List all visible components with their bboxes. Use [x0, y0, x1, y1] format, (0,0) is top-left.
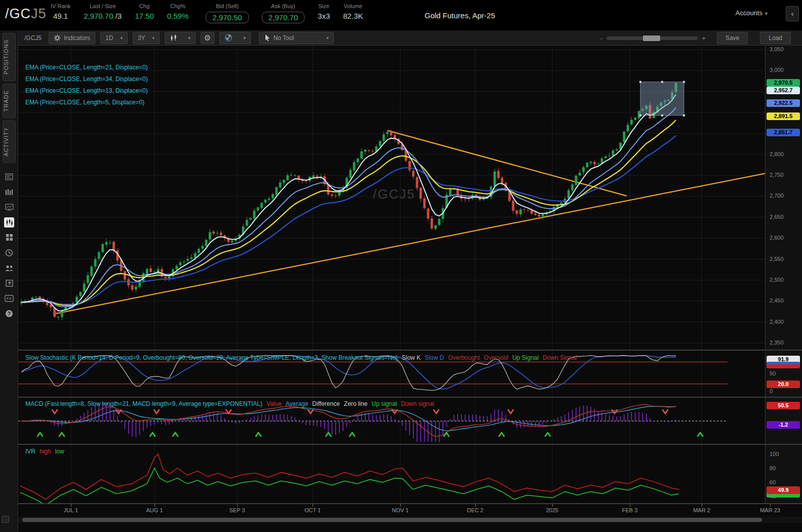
time-tick — [630, 504, 630, 507]
price-tick: 2,500 — [770, 277, 784, 283]
help-icon[interactable]: ? — [0, 306, 18, 321]
chevron-down-icon: ▾ — [326, 35, 329, 41]
load-button[interactable]: Load — [760, 32, 791, 44]
field-value: 0.59% — [167, 12, 189, 20]
time-tick — [552, 504, 553, 507]
field-label: Last / Size — [90, 3, 116, 9]
legend-item: Oversold — [484, 354, 508, 361]
main-price-pane[interactable]: /GCJ5 EMA (Price=CLOSE, Length=21, Displ… — [18, 46, 765, 350]
range-dropdown[interactable]: 3Y▾ — [133, 32, 160, 44]
field-label: Ask (Buy) — [271, 3, 295, 9]
time-axis-label: JUL 1 — [56, 507, 86, 513]
zoom-out-button[interactable]: - — [596, 34, 606, 42]
time-tick — [770, 504, 771, 507]
history-icon[interactable] — [0, 245, 18, 260]
legend-item: Value — [266, 400, 282, 407]
time-tick — [400, 504, 401, 507]
time-tick — [237, 504, 238, 507]
ivr-high-badge: 49.9 — [767, 486, 800, 494]
chart-area: /GCJ5 Indicators 1D▾ 3Y▾ ▾ ⚙ ▾ No Tool ▾… — [18, 30, 802, 532]
stoch-zero-tick: 0 — [770, 388, 773, 394]
legend-item: Up signal — [371, 400, 397, 407]
fx-icon[interactable]: FX — [0, 291, 18, 306]
svg-text:/GCJ5: /GCJ5 — [373, 186, 415, 202]
zoom-in-button[interactable]: + — [698, 34, 710, 42]
zoom-slider-handle[interactable] — [643, 35, 660, 41]
time-axis-label: FEB 3 — [615, 507, 645, 513]
legend-item: Difference — [312, 400, 339, 407]
field-label: Size — [318, 3, 329, 9]
timeframe-dropdown[interactable]: 1D▾ — [100, 32, 128, 44]
price-tick: 2,450 — [770, 297, 784, 303]
scrollbar-corner-button[interactable] — [2, 516, 9, 523]
time-axis: JUL 1AUG 1SEP 3OCT 1NOV 1DEC 22025FEB 3M… — [18, 504, 802, 515]
calendar-icon[interactable] — [0, 276, 18, 291]
last-price-badge: 2,970.5 — [767, 79, 800, 87]
macd-header: MACD (Fast length=8, Slow length=21, MAC… — [25, 400, 442, 407]
field-value: 2,970.70 /3 — [84, 12, 122, 20]
price-tick: 2,600 — [770, 235, 784, 241]
instrument-name: Gold Futures, Apr-25 — [425, 11, 495, 20]
macd-pane[interactable]: MACD (Fast length=8, Slow length=21, MAC… — [18, 398, 765, 444]
symbol-title: /GCJ5 — [5, 6, 47, 22]
price-axis: 3,0503,0002,8002,7502,7002,6502,6002,550… — [765, 46, 802, 350]
legend-item: Overbought — [448, 354, 480, 361]
legend-item: high — [40, 448, 51, 455]
tab-activity[interactable]: ACTIVITY — [3, 121, 16, 163]
svg-text:FX: FX — [7, 296, 12, 301]
community-icon[interactable] — [0, 260, 18, 276]
pattern-tool-dropdown[interactable]: ▾ — [219, 32, 251, 44]
macd-axis: 50.5 -1.2 — [765, 398, 802, 444]
legend-item: Down Signal — [543, 354, 577, 361]
field-label: IV Rank — [51, 3, 70, 9]
dashboard-icon[interactable] — [0, 230, 18, 245]
time-tick — [702, 504, 702, 507]
tab-trade[interactable]: TRADE — [3, 84, 16, 118]
top-quote-bar: /GCJ5 IV Rank49.1Last / Size2,970.70 /3C… — [0, 0, 802, 30]
watchlist-icon[interactable] — [0, 184, 18, 200]
ivr-pane[interactable]: IVRhighlow — [18, 445, 765, 503]
save-button[interactable]: Save — [717, 32, 748, 44]
price-tick: 2,800 — [770, 151, 784, 157]
drawing-tool-dropdown[interactable]: No Tool ▾ — [259, 32, 334, 44]
monitor-icon[interactable] — [0, 200, 18, 215]
quote-field-iv-rank: IV Rank49.1 — [51, 3, 70, 20]
chart-toolbar: /GCJ5 Indicators 1D▾ 3Y▾ ▾ ⚙ ▾ No Tool ▾… — [18, 30, 802, 46]
price-tick: 2,550 — [770, 256, 784, 262]
scrollbar-handle[interactable] — [22, 518, 762, 522]
chart-settings-button[interactable]: ⚙ — [201, 32, 214, 44]
macd-value-badge: 50.5 — [767, 402, 800, 409]
horizontal-scrollbar[interactable] — [18, 517, 802, 523]
field-value: 49.1 — [53, 12, 68, 20]
stochastic-axis: 91.9 50 20.0 0 — [765, 351, 802, 397]
price-tick: 3,050 — [770, 46, 784, 52]
chevron-down-icon: ▾ — [120, 35, 123, 41]
field-value[interactable]: 2,970.50 — [206, 12, 248, 23]
quote-fields: IV Rank49.1Last / Size2,970.70 /3Chg17.5… — [51, 3, 376, 23]
tab-positions[interactable]: POSITIONS — [3, 33, 16, 81]
quote-field-volume: Volume82.3K — [343, 3, 363, 20]
time-axis-label: NOV 1 — [385, 507, 415, 513]
ivr-tick-80: 80 — [770, 465, 776, 471]
field-label: Chg — [139, 3, 149, 9]
legend-item: low — [55, 448, 64, 455]
stochastic-pane[interactable]: Slow Stochastic (K Period=14, D Period=9… — [18, 351, 765, 397]
quote-field-bid-sell-: Bid (Sell)2,970.50 — [206, 3, 248, 23]
accounts-menu[interactable]: Accounts▾ — [735, 9, 768, 17]
quote-field-chg: Chg17.50 — [135, 3, 154, 20]
news-icon[interactable] — [0, 169, 18, 184]
chart-active-icon[interactable] — [0, 215, 18, 230]
time-tick — [71, 504, 71, 507]
price-tick: 2,750 — [770, 172, 784, 178]
ivr-tick-100: 100 — [770, 451, 779, 457]
chart-type-dropdown[interactable]: ▾ — [165, 32, 196, 44]
zoom-slider[interactable] — [606, 36, 698, 40]
chevron-down-icon: ▾ — [152, 35, 155, 41]
time-axis-label: MAR 2 — [686, 507, 717, 513]
field-value[interactable]: 2,970.70 — [262, 12, 304, 23]
quote-field-chg-: Chg%0.59% — [167, 3, 189, 20]
indicators-gear-icon — [54, 34, 61, 42]
cursor-icon — [264, 34, 271, 42]
collapse-panel-button[interactable]: ‹ — [786, 6, 799, 21]
indicators-button[interactable]: Indicators — [49, 32, 95, 44]
